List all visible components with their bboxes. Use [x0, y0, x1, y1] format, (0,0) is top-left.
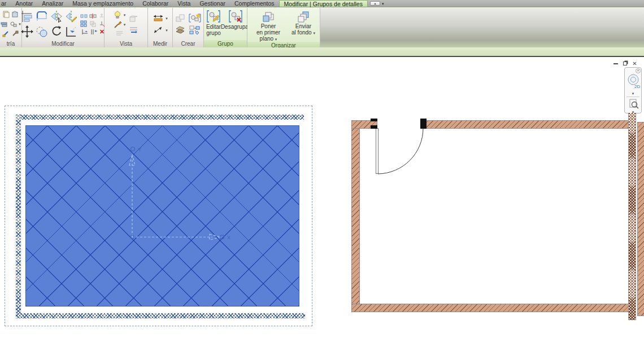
ribbon-lower-strip	[0, 47, 644, 57]
room-wall-left[interactable]	[351, 120, 360, 312]
panel-label-modificar: Modificar	[22, 40, 104, 47]
panel-organizar: Poneren primer plano ▾ Enviaral fondo ▾ …	[247, 8, 320, 47]
ungroup-button[interactable]: Desagrupar	[224, 8, 247, 40]
tab-anotar[interactable]: Anotar	[11, 0, 37, 7]
room-wall-bottom[interactable]	[351, 304, 629, 312]
panel-grupo: Editargrupo Desagrupar Grupo	[204, 8, 247, 47]
panel-geometria-partial: ▾ tría	[0, 8, 22, 47]
create-assembly-icon[interactable]	[175, 25, 186, 34]
measure-aligned-dropdown[interactable]: ▾	[166, 16, 168, 20]
drawing-canvas[interactable]: ✕ ✕ 2D ▾ ▾	[0, 58, 644, 337]
tab-analizar[interactable]: Analizar	[37, 0, 68, 7]
tab-colaborar[interactable]: Colaborar	[138, 0, 173, 7]
ribbon-minimize-dropdown[interactable]: ▾	[382, 2, 384, 6]
move-icon[interactable]	[20, 25, 34, 38]
room-wall-right-outer-layer[interactable]	[637, 122, 644, 316]
view-restore-button[interactable]	[622, 60, 628, 67]
lightbulb-icon[interactable]	[114, 11, 122, 19]
svg-text:2D: 2D	[634, 84, 640, 89]
bring-to-front-button[interactable]: Poneren primer plano ▾	[250, 8, 287, 42]
trim-single-icon[interactable]	[81, 28, 89, 36]
room-wall-top-right-segment[interactable]	[423, 120, 629, 129]
split-element-icon[interactable]	[80, 12, 88, 20]
hide-in-view-icon-disabled	[129, 15, 138, 23]
tab-gestionar[interactable]: Gestionar	[195, 0, 230, 7]
group-wall-insulation-bottom	[16, 313, 305, 318]
panel-label-geometria: tría	[0, 40, 21, 47]
send-to-back-dropdown[interactable]: ▾	[313, 31, 315, 35]
paintbrush-icon[interactable]	[114, 20, 122, 29]
ribbon: ▾ tría	[0, 8, 644, 47]
measure-aligned-icon[interactable]	[153, 14, 164, 23]
bring-to-front-icon	[262, 10, 275, 23]
create-similar-icon[interactable]	[189, 25, 201, 35]
tab-insertar-partial[interactable]: ar	[0, 0, 11, 7]
steering-wheel-dropdown[interactable]: ▾	[625, 91, 641, 96]
hammer-icon[interactable]	[11, 30, 19, 37]
linework-icon-disabled	[115, 30, 124, 37]
mirror-draw-axis-icon[interactable]	[64, 10, 78, 23]
edit-profile-icon[interactable]	[2, 30, 10, 37]
view-minimize-button[interactable]	[612, 60, 619, 67]
group-wall-insulation-top	[16, 115, 304, 120]
mirror-pick-axis-icon[interactable]	[50, 10, 63, 23]
tab-vista[interactable]: Vista	[173, 0, 195, 7]
panel-label-medir: Medir	[148, 40, 172, 47]
cut-geometry-icon[interactable]	[11, 11, 19, 18]
measure-between-dropdown[interactable]: ▾	[166, 28, 168, 32]
copy-icon[interactable]	[35, 25, 49, 38]
measure-between-icon[interactable]	[153, 25, 164, 34]
paintbrush-dropdown[interactable]: ▾	[124, 23, 126, 27]
ribbon-minimize-button[interactable]: ▲	[370, 1, 380, 6]
align-icon[interactable]	[20, 10, 34, 23]
tab-modificar-grupos-de-detalles[interactable]: Modificar | Grupos de detalles	[279, 0, 368, 7]
create-component-icon-disabled	[175, 14, 186, 24]
delete-icon[interactable]: ✕	[99, 29, 105, 35]
send-to-back-icon	[297, 10, 310, 23]
demolish-icon[interactable]	[10, 20, 17, 28]
navigation-bar-close-icon[interactable]: ✕	[636, 68, 641, 73]
view-window-controls: ✕	[612, 60, 638, 67]
override-graphics-icon[interactable]	[129, 25, 138, 34]
pin-icon-disabled	[98, 12, 106, 20]
ribbon-tab-bar: ar Anotar Analizar Masa y emplazamiento …	[0, 0, 644, 7]
send-to-back-button[interactable]: Enviaral fondo ▾	[289, 8, 317, 42]
trim-multiple-icon[interactable]	[90, 28, 98, 36]
door-swing-arc	[378, 128, 423, 174]
join-geometry-icon[interactable]	[1, 20, 8, 28]
door-leaf[interactable]	[376, 128, 378, 174]
panel-crear: Crear	[173, 8, 204, 47]
view-close-button[interactable]: ✕	[632, 60, 638, 67]
scale-icon-disabled	[89, 20, 97, 28]
split-with-gap-icon[interactable]	[89, 12, 97, 20]
room-wall-top-left-segment[interactable]	[351, 120, 377, 129]
navigation-bar: ✕ 2D ▾ ▾	[624, 67, 642, 113]
create-group-icon[interactable]	[189, 13, 201, 23]
lightbulb-dropdown[interactable]: ▾	[124, 13, 126, 17]
ungroup-icon	[228, 10, 243, 23]
panel-medir: ▾ ▾ Medir	[148, 8, 173, 47]
edit-group-icon	[206, 10, 221, 23]
panel-vista: ▾ ▾ Vista	[105, 8, 148, 47]
offset-icon[interactable]	[35, 10, 49, 23]
paste-geometry-icon[interactable]	[2, 11, 10, 18]
zoom-tool-icon[interactable]	[625, 98, 642, 110]
panel-modificar: ✕ Modificar	[22, 8, 105, 47]
panel-label-crear: Crear	[173, 40, 203, 47]
trim-extend-corner-icon[interactable]	[64, 25, 78, 38]
panel-label-grupo: Grupo	[204, 40, 247, 47]
bring-to-front-dropdown[interactable]: ▾	[275, 37, 277, 41]
rotate-icon[interactable]	[50, 25, 63, 38]
tab-complementos[interactable]: Complementos	[230, 0, 279, 7]
steering-wheel-icon[interactable]: 2D	[625, 72, 642, 91]
ribbon-collapse-controls: ▲ ▾	[370, 0, 384, 7]
group-floor-crosshatch[interactable]	[25, 125, 299, 307]
array-icon[interactable]	[80, 20, 88, 28]
panel-label-vista: Vista	[105, 40, 147, 47]
room-wall-right-insulation[interactable]	[628, 113, 636, 320]
group-wall-insulation-left	[16, 115, 21, 318]
tab-masa-y-emplazamiento[interactable]: Masa y emplazamiento	[68, 0, 138, 7]
